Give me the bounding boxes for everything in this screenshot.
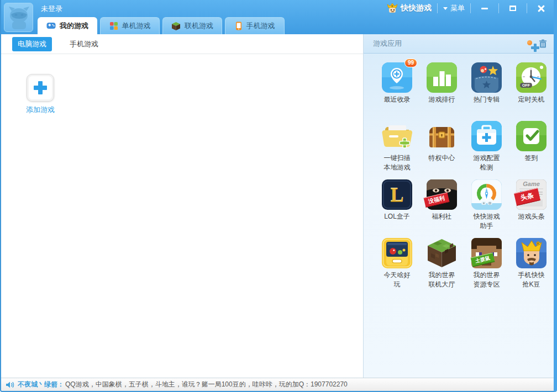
app-game-helper[interactable]: 快快游戏 助手 (464, 179, 509, 238)
app-recent-additions[interactable]: 99 最近收录 (375, 62, 419, 121)
phone-icon (235, 22, 243, 30)
games-list-area: 添加游戏 (1, 54, 363, 378)
menu-label: 菜单 (450, 3, 465, 13)
maximize-icon (509, 6, 516, 11)
subtab-mobile-games[interactable]: 手机游戏 (64, 37, 104, 51)
statusbar: 不夜城丶绿箭： QQ游戏，中国象棋，五子棋，斗地主，谁玩？赌一局100豆的，哇咔… (1, 378, 554, 391)
tab-online-games[interactable]: 联机游戏 (162, 17, 222, 34)
tab-mobile-games[interactable]: 手机游戏 (225, 17, 285, 34)
whats-fun-today-icon (382, 238, 412, 268)
divider (527, 3, 527, 13)
menu-button[interactable]: 菜单 (443, 3, 465, 13)
apps-panel-header: 游戏应用 (364, 34, 554, 54)
lol-box-icon: L (382, 179, 412, 210)
app-mobile-kdou[interactable]: K 手机快快 抢K豆 (509, 238, 554, 296)
app-label: 最近收录 (384, 95, 411, 104)
mascot-icon (4, 3, 34, 33)
close-button[interactable] (533, 2, 549, 14)
app-hot-albums[interactable]: 热门专辑 (464, 62, 509, 121)
app-label: 签到 (525, 153, 538, 163)
apps-grid: 99 最近收录 游戏排行 (364, 54, 554, 296)
notification-dot-icon (527, 40, 532, 45)
app-lol-box[interactable]: L LOL盒子 (375, 179, 419, 238)
app-minecraft-resources[interactable]: 土拨鼠 我的世界 资源专区 (464, 238, 509, 296)
chevron-down-icon (443, 7, 448, 10)
divider (470, 3, 471, 13)
colored-squares-icon (109, 22, 118, 30)
maximize-button[interactable] (505, 2, 521, 14)
lol-letter: L (382, 179, 412, 210)
app-scan-local-games[interactable]: 一键扫描 本地游戏 (375, 121, 419, 179)
divider (437, 3, 438, 13)
app-label: 热门专辑 (474, 95, 500, 104)
config-check-icon (471, 121, 502, 151)
close-icon (538, 5, 545, 12)
app-minecraft-lobby[interactable]: 我的世界 联机大厅 (419, 238, 464, 296)
svg-text:K: K (537, 242, 539, 245)
app-label: 福利社 (432, 212, 452, 221)
tab-label: 我的游戏 (60, 21, 88, 31)
minimize-icon (481, 8, 488, 9)
check-in-icon (516, 121, 547, 151)
subtab-bar: 电脑游戏 手机游戏 (1, 34, 363, 54)
plus-icon (34, 81, 47, 94)
app-game-headlines[interactable]: Game 头条 游戏头条 (509, 179, 554, 238)
welfare-club-icon: 没福利 (427, 179, 457, 210)
app-label: 我的世界 联机大厅 (429, 271, 455, 289)
recent-count-badge: 99 (404, 59, 417, 67)
app-welfare-club[interactable]: 没福利 福利社 (419, 179, 464, 238)
speaker-icon[interactable] (6, 381, 14, 389)
app-window: 未登录 K 快快游戏 菜单 (0, 0, 557, 392)
recent-additions-icon: 99 (382, 62, 412, 93)
app-check-in[interactable]: 签到 (509, 121, 554, 179)
app-config-check[interactable]: 游戏配置 检测 (464, 121, 509, 179)
titlebar: 未登录 K 快快游戏 菜单 (1, 0, 554, 34)
add-game-button[interactable]: 添加游戏 (24, 74, 56, 115)
divider (498, 3, 499, 13)
gamepad-icon (46, 21, 56, 30)
app-label: 手机快快 抢K豆 (518, 271, 545, 289)
off-toggle-label: OFF (520, 83, 532, 88)
svg-text:K: K (391, 4, 393, 8)
scan-local-games-icon (382, 121, 412, 151)
tab-my-games[interactable]: 我的游戏 (38, 17, 97, 34)
tab-label: 单机游戏 (122, 21, 151, 31)
minecraft-lobby-icon (427, 238, 457, 268)
app-label: 游戏排行 (429, 95, 455, 104)
trash-icon[interactable] (539, 39, 547, 48)
app-label: 今天啥好 玩 (384, 271, 411, 289)
game-apps-panel: 游戏应用 (364, 34, 554, 378)
add-game-label: 添加游戏 (24, 105, 56, 115)
subtab-pc-games[interactable]: 电脑游戏 (12, 37, 52, 51)
app-label: 一键扫描 本地游戏 (384, 153, 411, 172)
status-nickname: 不夜城丶绿箭： (18, 380, 64, 389)
app-label: 快快游戏 助手 (474, 212, 500, 231)
main-tabs: 我的游戏 单机游戏 联机游戏 (38, 17, 285, 34)
brand-area: K 快快游戏 菜单 (387, 0, 549, 17)
app-label: LOL盒子 (384, 212, 410, 221)
minimize-button[interactable] (476, 2, 493, 14)
game-headlines-icon: Game 头条 (516, 179, 547, 210)
minecraft-resources-icon: 土拨鼠 (471, 238, 502, 268)
tab-singleplayer-games[interactable]: 单机游戏 (100, 17, 160, 34)
app-whats-fun-today[interactable]: 今天啥好 玩 (375, 238, 419, 296)
scheduled-shutdown-icon: OFF (516, 62, 547, 93)
login-status[interactable]: 未登录 (41, 4, 62, 14)
app-label: 特权中心 (429, 153, 455, 163)
tab-label: 联机游戏 (185, 21, 213, 31)
brand-name: 快快游戏 (401, 3, 432, 13)
app-label: 游戏头条 (518, 212, 545, 221)
tab-label: 手机游戏 (246, 21, 275, 31)
app-label: 我的世界 资源专区 (474, 271, 500, 289)
apps-panel-title: 游戏应用 (373, 39, 531, 49)
app-privilege-center[interactable]: 特权中心 (419, 121, 464, 179)
app-game-rankings[interactable]: 游戏排行 (419, 62, 464, 121)
privilege-center-icon (427, 121, 457, 151)
game-helper-icon (471, 179, 502, 210)
grass-block-icon (171, 22, 181, 31)
hot-albums-icon (471, 62, 502, 93)
avatar[interactable] (4, 3, 33, 32)
game-masthead-text: Game (516, 181, 547, 187)
app-label: 定时关机 (518, 95, 545, 104)
app-scheduled-shutdown[interactable]: OFF 定时关机 (509, 62, 554, 121)
